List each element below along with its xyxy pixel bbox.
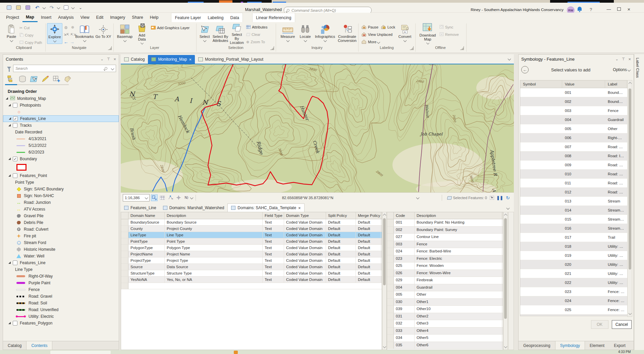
expander-icon[interactable] xyxy=(8,261,11,264)
layer-tree-item[interactable]: 4/13/2021 xyxy=(3,135,119,142)
list-by-drawing-order-icon[interactable] xyxy=(7,75,15,83)
expander-icon[interactable] xyxy=(8,174,11,177)
table-tab-domains-marshall-watershed[interactable]: Domains: Marshall_Watershed xyxy=(160,203,228,212)
table-row[interactable]: LineTypeLine TypeTextCoded Value DomainD… xyxy=(121,232,382,238)
cell[interactable]: Text xyxy=(263,245,284,251)
column-header[interactable]: Description xyxy=(165,212,263,219)
cell[interactable]: Default xyxy=(326,219,356,225)
value-cell[interactable]: 018 xyxy=(562,244,605,248)
add-data-button[interactable]: Add Data xyxy=(135,23,149,44)
cell[interactable]: Text xyxy=(263,270,284,276)
layer-checkbox[interactable] xyxy=(13,321,17,326)
row-selector[interactable] xyxy=(121,245,128,251)
symbology-scrollbar[interactable] xyxy=(627,80,632,317)
table-row[interactable]: 032Other3 xyxy=(387,320,503,328)
row-selector[interactable] xyxy=(387,328,394,335)
layer-symbol-row[interactable] xyxy=(3,162,119,172)
expander-icon[interactable] xyxy=(8,124,11,126)
cell[interactable]: Text xyxy=(263,219,284,225)
symbology-row[interactable]: 014Stream: Ephemeral xyxy=(520,206,628,215)
ribbon-tab-help[interactable]: Help xyxy=(147,13,162,22)
cell[interactable]: Contour Line xyxy=(415,234,502,241)
layer-tree-item[interactable]: Right-Of-Way xyxy=(3,273,119,280)
layer-tree-item[interactable]: Features_Line xyxy=(3,259,119,266)
label-cell[interactable]: Fence: Wooden xyxy=(605,308,627,312)
pin-icon[interactable]: ⊤ xyxy=(107,57,110,61)
close-panel-icon[interactable]: × xyxy=(113,57,116,62)
navigate-dialog-launcher[interactable] xyxy=(108,46,112,50)
cell[interactable]: Default xyxy=(356,232,381,238)
taskbar-app-icon[interactable] xyxy=(234,351,238,354)
locate-button[interactable]: Locate xyxy=(298,23,313,44)
cell[interactable]: 030 xyxy=(394,299,415,306)
ribbon-tab-imagery[interactable]: Imagery xyxy=(107,13,128,22)
cell[interactable]: Default xyxy=(356,226,381,232)
label-cell[interactable]: Stream: Intermitt... xyxy=(605,217,627,221)
value-cell[interactable]: 007 xyxy=(562,145,605,149)
select-tool-status-icon[interactable] xyxy=(488,194,495,201)
layout-dropdown-icon[interactable] xyxy=(71,6,75,9)
layer-tree-item[interactable]: Features_Polygon xyxy=(3,320,119,327)
symbology-row[interactable]: 004Guardrail xyxy=(520,115,628,124)
go-to-xy-button[interactable]: Go To XY xyxy=(95,23,111,44)
expander-icon[interactable] xyxy=(8,104,11,106)
attribute-table-icon[interactable] xyxy=(159,194,166,201)
save-project-icon[interactable] xyxy=(24,4,32,11)
copy-button[interactable]: Copy xyxy=(19,32,34,38)
table-row[interactable]: 026Fence: Woven-Wire xyxy=(387,270,503,277)
map-scale-select[interactable]: 1:16,386 xyxy=(123,194,150,201)
row-selector[interactable] xyxy=(387,277,394,284)
cell[interactable]: 035 xyxy=(394,342,415,349)
cell[interactable]: Structure Type xyxy=(165,270,263,276)
table-row[interactable]: PolygonTypePolygon TypeTextCoded Value D… xyxy=(121,245,382,251)
label-cell[interactable]: Guardrail xyxy=(605,118,627,122)
cell[interactable]: Other10 xyxy=(415,306,502,313)
row-selector[interactable] xyxy=(387,234,394,241)
row-selector[interactable] xyxy=(121,226,128,232)
table-row[interactable]: 029Firebreak xyxy=(387,277,503,284)
cell[interactable]: Line Type xyxy=(165,232,263,238)
cell[interactable]: Project Name xyxy=(165,251,263,257)
column-header[interactable]: Code xyxy=(394,212,415,219)
label-cell[interactable]: Utility: Sewer xyxy=(605,262,627,267)
cell[interactable]: County xyxy=(128,226,165,232)
cell[interactable]: Coded Value Domain xyxy=(284,257,326,263)
label-cell[interactable]: Stream: Perennial xyxy=(605,226,627,230)
layer-tree-item[interactable]: Utility: Electric xyxy=(3,313,119,320)
select-button[interactable]: Select xyxy=(198,23,211,44)
column-header[interactable]: Description xyxy=(415,212,502,219)
cell[interactable]: 029 xyxy=(394,277,415,284)
row-selector[interactable] xyxy=(387,342,394,349)
cell[interactable]: Default xyxy=(326,238,356,244)
table-row-empty[interactable] xyxy=(121,283,382,289)
select-by-attributes-button[interactable]: Select By Attributes xyxy=(213,23,228,44)
cell[interactable]: Firebreak xyxy=(415,277,502,284)
close-table-icon[interactable]: × xyxy=(298,205,301,211)
table-row[interactable]: ProjectNameProject NameTextCoded Value D… xyxy=(121,251,382,257)
value-cell[interactable]: 004 xyxy=(562,118,605,122)
filter-icon[interactable] xyxy=(7,67,11,69)
row-selector[interactable] xyxy=(121,232,128,238)
table-row[interactable]: 035Other6 xyxy=(387,342,503,349)
cell[interactable]: ProjectType xyxy=(128,257,165,263)
undo-dropdown-icon[interactable] xyxy=(43,6,46,9)
ribbon-tab-feature-layer[interactable]: Feature Layer xyxy=(171,13,204,22)
value-cell[interactable]: 020 xyxy=(562,262,605,267)
zoom-selection-icon[interactable]: ⊕ xyxy=(71,24,74,30)
list-by-editing-icon[interactable] xyxy=(41,75,49,83)
cell[interactable]: Text xyxy=(263,226,284,232)
table-row[interactable]: 001Boundary Paint: No Hunting xyxy=(387,219,503,227)
column-header[interactable]: Field Type xyxy=(263,212,284,219)
value-cell[interactable]: 008 xyxy=(562,154,605,158)
undo-icon[interactable]: ↶ xyxy=(34,4,41,11)
symbology-row[interactable]: 026Fence: Woven-Wi... xyxy=(520,314,628,316)
row-selector[interactable] xyxy=(387,299,394,306)
cell[interactable]: Other4 xyxy=(415,328,502,335)
label-cell[interactable]: Fence xyxy=(605,109,627,113)
cell[interactable]: 023 xyxy=(394,255,415,262)
symbology-row[interactable]: 001Boundary Paint:... xyxy=(520,88,628,97)
label-cell[interactable]: Road: Unverified xyxy=(605,190,627,194)
layer-tree-item[interactable]: Line Type xyxy=(3,266,119,273)
cell[interactable]: Coded Value Domain xyxy=(284,264,326,270)
ok-button[interactable]: OK xyxy=(591,320,608,329)
